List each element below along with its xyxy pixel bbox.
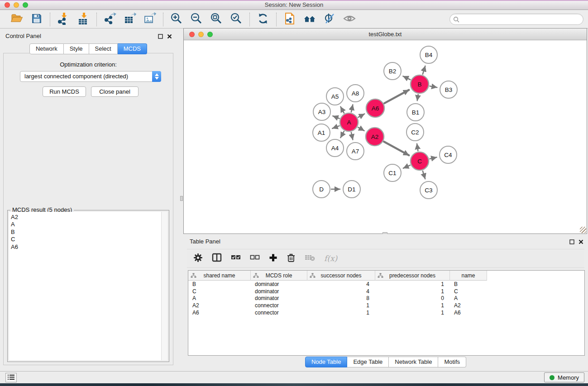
table-cell[interactable]: connector <box>251 310 307 316</box>
table-cell[interactable]: 1 <box>375 288 450 295</box>
table-cell[interactable]: 1 <box>307 302 375 309</box>
edge-A6-B[interactable] <box>384 90 409 103</box>
select-all-rows-button[interactable] <box>231 254 241 262</box>
edge-B-B1[interactable] <box>417 95 418 101</box>
split-pane-handle-vertical[interactable] <box>180 196 183 201</box>
show-columns-button[interactable] <box>212 253 222 264</box>
tab-mcds[interactable]: MCDS <box>118 43 147 54</box>
add-column-button[interactable] <box>269 253 277 264</box>
column-header-name[interactable]: name <box>450 271 487 281</box>
table-cell[interactable]: C <box>450 288 487 295</box>
function-builder-button[interactable]: f(x) <box>324 254 337 263</box>
criterion-dropdown[interactable]: largest connected component (directed) <box>20 71 161 82</box>
column-header-mcds-role[interactable]: MCDS role <box>251 271 307 281</box>
show-hide-panel-button[interactable] <box>343 13 356 26</box>
table-cell[interactable]: 4 <box>307 281 375 287</box>
edge-B-B2[interactable] <box>403 76 410 80</box>
delete-column-button[interactable] <box>287 253 296 264</box>
table-cell[interactable]: B <box>450 281 487 287</box>
close-panel-button[interactable]: Close panel <box>91 86 139 97</box>
table-cell[interactable]: A <box>188 295 251 301</box>
table-cell[interactable]: A6 <box>188 310 251 316</box>
tab-style[interactable]: Style <box>64 43 89 54</box>
minimize-window-button[interactable] <box>14 2 19 8</box>
edge-B-B3[interactable] <box>430 86 437 87</box>
save-session-button[interactable] <box>30 13 43 26</box>
table-cell[interactable]: C <box>188 288 251 295</box>
memory-button[interactable]: Memory <box>544 372 584 382</box>
toggle-graphics-details-button[interactable] <box>323 13 336 26</box>
edge-A-A5[interactable] <box>340 107 344 113</box>
delete-table-button[interactable] <box>305 254 315 263</box>
zoom-fit-button[interactable] <box>210 13 223 26</box>
zoom-window-button[interactable] <box>23 2 28 8</box>
edge-C-C1[interactable] <box>403 165 410 168</box>
open-session-button[interactable] <box>10 13 24 26</box>
table-cell[interactable]: A2 <box>450 302 487 309</box>
result-item[interactable]: B <box>9 229 167 236</box>
table-cell[interactable]: A <box>450 295 487 301</box>
zoom-in-button[interactable] <box>170 13 183 26</box>
close-window-button[interactable] <box>5 2 10 8</box>
table-cell[interactable]: 0 <box>375 295 450 301</box>
zoom-selected-button[interactable] <box>229 13 243 26</box>
table-cell[interactable]: 1 <box>307 310 375 316</box>
edge-A-A2[interactable] <box>358 127 364 131</box>
export-network-button[interactable] <box>103 13 117 26</box>
table-cell[interactable]: 1 <box>375 310 450 316</box>
edge-A-A4[interactable] <box>340 131 344 138</box>
zoom-network-window-button[interactable] <box>207 32 213 37</box>
column-header-shared-name[interactable]: shared name <box>188 271 251 281</box>
edge-A-A3[interactable] <box>333 116 339 119</box>
table-cell[interactable]: A6 <box>450 310 487 316</box>
refresh-layout-button[interactable] <box>256 13 270 26</box>
network-canvas[interactable]: B4B2BB3B1A5A8A6A3AA1A2C2A4A7CC4C1C3DD1 <box>184 41 587 234</box>
table-cell[interactable]: 1 <box>375 281 450 287</box>
export-table-button[interactable] <box>123 13 137 26</box>
edge-B-B4[interactable] <box>423 66 425 74</box>
search-input[interactable] <box>462 15 578 24</box>
deselect-all-rows-button[interactable] <box>250 254 260 262</box>
column-header-successor-nodes[interactable]: successor nodes <box>307 271 375 281</box>
tab-node-table[interactable]: Node Table <box>305 357 348 367</box>
run-mcds-button[interactable]: Run MCDS <box>43 86 86 97</box>
close-panel-icon[interactable] <box>578 238 583 246</box>
close-network-window-button[interactable] <box>189 32 195 37</box>
network-document-button[interactable] <box>283 13 296 26</box>
edge-A-A8[interactable] <box>351 105 353 112</box>
float-panel-icon[interactable] <box>569 238 574 246</box>
edge-C-C2[interactable] <box>417 144 418 151</box>
export-image-button[interactable] <box>143 13 157 26</box>
close-panel-icon[interactable] <box>167 33 172 41</box>
edge-A-A7[interactable] <box>351 133 353 140</box>
tab-network-table[interactable]: Network Table <box>389 357 438 367</box>
tab-edge-table[interactable]: Edge Table <box>347 357 389 367</box>
import-network-button[interactable] <box>57 13 70 26</box>
table-cell[interactable]: 4 <box>307 288 375 295</box>
edge-C-C3[interactable] <box>423 171 425 179</box>
result-scrollbar[interactable] <box>161 212 167 360</box>
column-header-predecessor-nodes[interactable]: predecessor nodes <box>375 271 450 281</box>
table-settings-button[interactable] <box>193 253 203 264</box>
table-cell[interactable]: dominator <box>251 288 307 295</box>
result-item[interactable]: A <box>9 221 167 228</box>
zoom-out-button[interactable] <box>190 13 203 26</box>
table-cell[interactable]: B <box>188 281 251 287</box>
task-history-button[interactable] <box>5 373 17 382</box>
edge-A-A6[interactable] <box>358 114 364 118</box>
table-cell[interactable]: dominator <box>251 281 307 287</box>
window-resize-grip[interactable] <box>580 227 586 233</box>
table-cell[interactable]: 8 <box>307 295 375 301</box>
float-panel-icon[interactable] <box>158 33 163 41</box>
table-cell[interactable]: 1 <box>375 302 450 309</box>
table-cell[interactable]: connector <box>251 302 307 309</box>
edge-A2-C[interactable] <box>384 142 409 155</box>
result-item[interactable]: C <box>9 236 167 243</box>
tab-network[interactable]: Network <box>29 43 64 54</box>
home-button[interactable] <box>303 13 316 26</box>
import-table-button[interactable] <box>76 13 90 26</box>
result-item[interactable]: A6 <box>9 243 167 251</box>
tab-select[interactable]: Select <box>89 43 118 54</box>
edge-A-A1[interactable] <box>332 126 339 129</box>
edge-C-C4[interactable] <box>430 157 437 159</box>
